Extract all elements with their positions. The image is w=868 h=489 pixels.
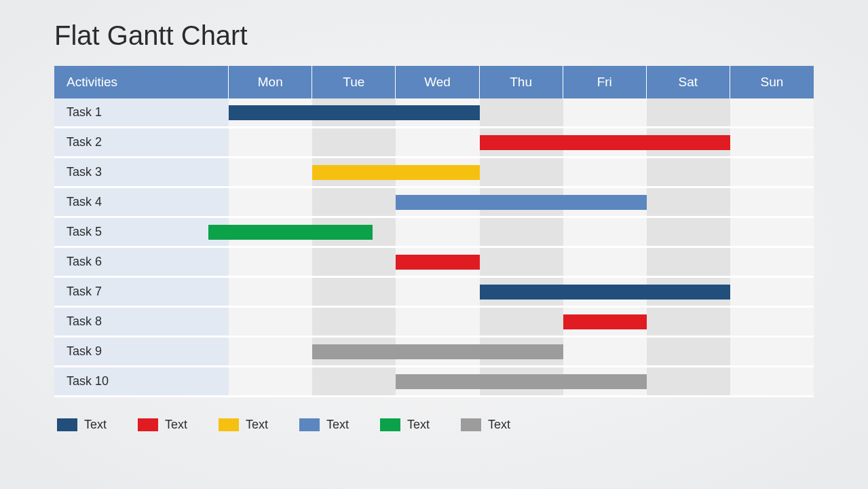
gantt-bar: [208, 225, 312, 240]
table-row: Task 2: [54, 128, 814, 158]
legend-item: Text: [138, 418, 187, 432]
row-label: Task 3: [54, 158, 229, 188]
legend-item: Text: [380, 418, 430, 432]
gantt-bar: [396, 374, 479, 389]
table-row: Task 3: [54, 158, 814, 188]
row-label: Task 9: [54, 338, 229, 367]
gantt-bar: [229, 105, 312, 120]
gantt-bar: [312, 344, 396, 359]
header-activities: Activities: [54, 66, 229, 98]
table-row: Task 5: [54, 218, 814, 248]
row-label: Task 4: [54, 188, 229, 218]
table-row: Task 1: [54, 98, 814, 128]
gantt-bar: [563, 285, 647, 300]
gantt-bar: [396, 195, 479, 210]
legend-label: Text: [165, 418, 187, 432]
gantt-bar: [396, 105, 479, 120]
swatch-grey: [461, 418, 481, 431]
row-label: Task 5: [54, 218, 229, 248]
swatch-green: [380, 418, 400, 431]
legend-label: Text: [407, 418, 430, 432]
legend-label: Text: [326, 418, 349, 432]
table-row: Task 10: [54, 367, 814, 397]
legend-item: Text: [299, 418, 349, 432]
gantt-bar: [563, 314, 647, 329]
gantt-bar: [396, 344, 479, 359]
page-title: Flat Gantt Chart: [54, 20, 814, 51]
table-row: Task 7: [54, 278, 814, 308]
legend-item: Text: [461, 418, 510, 432]
gantt-bar: [480, 344, 563, 359]
header-day-tue: Tue: [312, 66, 396, 98]
header-day-wed: Wed: [396, 66, 479, 98]
gantt-bar: [563, 374, 647, 389]
header-day-mon: Mon: [229, 66, 312, 98]
gantt-bar: [563, 195, 647, 210]
row-label: Task 6: [54, 248, 229, 278]
table-row: Task 8: [54, 308, 814, 338]
gantt-chart: Activities Mon Tue Wed Thu Fri Sat Sun T…: [54, 66, 814, 397]
table-row: Task 6: [54, 248, 814, 278]
row-label: Task 8: [54, 308, 229, 338]
gantt-bar: [563, 135, 647, 150]
legend-item: Text: [57, 418, 107, 432]
row-label: Task 1: [54, 98, 229, 128]
gantt-bar: [647, 135, 730, 150]
slide: Flat Gantt Chart Activities Mon Tue Wed …: [0, 0, 868, 489]
gantt-bar: [312, 225, 373, 240]
table-row: Task 4: [54, 188, 814, 218]
header-day-fri: Fri: [563, 66, 647, 98]
legend-label: Text: [488, 418, 510, 432]
header-day-sun: Sun: [730, 66, 814, 98]
gantt-bar: [312, 165, 396, 180]
legend-item: Text: [219, 418, 268, 432]
legend-label: Text: [246, 418, 268, 432]
gantt-bar: [312, 105, 396, 120]
gantt-bar: [396, 255, 479, 270]
legend: Text Text Text Text Text Text: [54, 418, 814, 432]
header-day-thu: Thu: [480, 66, 563, 98]
row-label: Task 7: [54, 278, 229, 308]
gantt-bar: [480, 135, 563, 150]
header-day-sat: Sat: [647, 66, 730, 98]
swatch-red: [138, 418, 158, 431]
swatch-yellow: [219, 418, 239, 431]
swatch-navy: [57, 418, 77, 431]
gantt-bar: [480, 195, 563, 210]
gantt-bar: [480, 285, 563, 300]
row-label: Task 2: [54, 128, 229, 158]
legend-label: Text: [84, 418, 107, 432]
gantt-bar: [480, 374, 563, 389]
header-row: Activities Mon Tue Wed Thu Fri Sat Sun: [54, 66, 814, 98]
row-label: Task 10: [54, 367, 229, 397]
swatch-blue: [299, 418, 320, 431]
table-row: Task 9: [54, 338, 814, 367]
gantt-bar: [396, 165, 479, 180]
gantt-bar: [647, 285, 730, 300]
